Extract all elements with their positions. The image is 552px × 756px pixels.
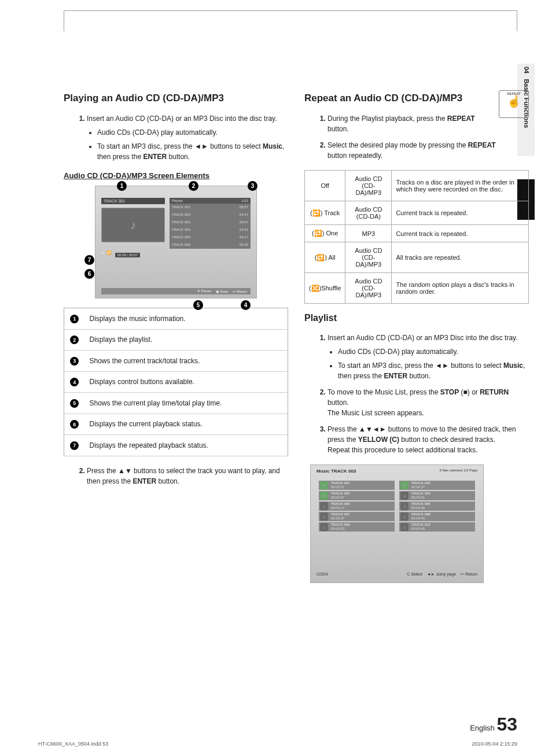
left-column: Playing an Audio CD (CD-DA)/MP3 Insert a… <box>64 93 288 583</box>
callout-1: 1 <box>117 181 127 191</box>
disc-cell: MP3 <box>345 225 392 242</box>
legend-text: Displays the playlist. <box>85 329 288 351</box>
legend-row: 4Displays control buttons available. <box>64 371 288 393</box>
bullet: Audio CDs (CD-DA) play automatically. <box>338 346 529 357</box>
music-item: ♪TRACK 00900:03:53 <box>319 522 395 532</box>
play-steps-cont: Press the ▲▼ buttons to select the track… <box>64 466 288 486</box>
playlist-row: TRACK 00403:41 <box>170 226 251 234</box>
ss-inner: TRACK 001 ♪ ► 🔁 00:08 / 05:57 Playlist 1… <box>101 198 251 283</box>
heading-playlist: Playlist <box>304 313 529 323</box>
legend-number: 4 <box>70 378 79 386</box>
tools-button-label: ▣ Tools <box>216 289 229 293</box>
repeat-button-illustration: REPEAT ☝ <box>499 90 529 118</box>
desc-cell: All tracks are repeated. <box>392 242 529 273</box>
music-footer: CDDA C Select ◄► Jump page ↩ Return <box>317 572 477 577</box>
music-item: ♪TRACK 00700:03:47 <box>319 512 395 521</box>
repeat-row: (🔀)ShuffleAudio CD (CD-DA)/MP3The random… <box>305 273 529 304</box>
note-icon: ♪ <box>320 502 328 510</box>
music-header-left: Music TRACK 003 <box>317 469 356 474</box>
callout-4: 4 <box>241 300 251 310</box>
note-icon: ♪ <box>400 492 409 500</box>
heading-repeat: Repeat an Audio CD (CD-DA)/MP3 <box>304 93 529 104</box>
desc-cell: Current track is repeated. <box>392 225 529 242</box>
legend-number: 3 <box>70 357 79 366</box>
music-item-text: TRACK 00600:03:35 <box>411 502 430 510</box>
callout-7: 7 <box>84 255 94 265</box>
callout-6: 6 <box>84 269 94 279</box>
screenshot-wrap: 1 2 3 7 6 5 4 TRACK 001 ♪ ► 🔁 00:08 / 05… <box>89 186 263 298</box>
step-1: During the Playlist playback, press the … <box>327 113 496 134</box>
return-button-label: ↩ Return <box>233 289 247 293</box>
callout-5: 5 <box>193 300 203 310</box>
music-item: ♪TRACK 00600:03:35 <box>399 501 475 511</box>
repeat-row: OffAudio CD (CD-DA)/MP3Tracks on a disc … <box>305 171 529 201</box>
legend-row: 5Shows the current play time/total play … <box>64 393 288 414</box>
bullet: To start an MP3 disc, press the ◄► butto… <box>338 360 529 381</box>
step-text: Insert an Audio CD (CD-DA) or an MP3 Dis… <box>87 115 277 123</box>
bullet: Audio CDs (CD-DA) play automatically. <box>97 127 288 138</box>
music-header-right: 3 files selected 1/2 Page <box>440 469 477 474</box>
note-icon: ♪ <box>400 523 409 531</box>
legend-number: 5 <box>70 399 79 408</box>
music-item: ♪TRACK 01000:03:45 <box>399 522 475 532</box>
play-status-icon: ► 🔁 <box>101 250 112 255</box>
playlist-row: TRACK 00204:27 <box>170 211 251 219</box>
page-footer: English 53 <box>470 714 517 735</box>
lang-label: English <box>470 724 495 732</box>
ss-playlist-panel: Playlist 1/12 TRACK 00105:57TRACK 00204:… <box>170 198 251 283</box>
note-icon: ♪ <box>400 512 409 521</box>
legend-row: 6Displays the current playback status. <box>64 414 288 435</box>
crop-mark <box>64 10 517 12</box>
repeat-steps: During the Playlist playback, press the … <box>304 113 529 161</box>
music-item-text: TRACK 00100:05:57 <box>331 481 350 489</box>
mode-cell: (🔀)Shuffle <box>305 273 345 304</box>
music-note-icon: ♪ <box>101 208 165 242</box>
manual-page: 04 Basic Functions Playing an Audio CD (… <box>0 0 552 756</box>
music-item-text: TRACK 00400:03:41 <box>411 492 430 499</box>
legend-row: 3Shows the current track/total tracks. <box>64 351 288 372</box>
legend-number: 2 <box>70 335 79 344</box>
step-2: Press the ▲▼ buttons to select the track… <box>87 466 288 486</box>
crop-mark <box>64 10 65 31</box>
legend-text: Displays control buttons available. <box>85 371 288 393</box>
disc-cell: Audio CD (CD-DA)/MP3 <box>345 171 392 201</box>
crop-mark <box>516 10 517 31</box>
subheading-screen-elements: Audio CD (CD-DA)/MP3 Screen Elements <box>64 171 288 180</box>
music-item-text: TRACK 00200:04:27 <box>411 481 430 489</box>
play-steps: Insert an Audio CD (CD-DA) or an MP3 Dis… <box>64 113 288 162</box>
legend-number: 1 <box>70 315 79 323</box>
return-label: ↩ Return <box>461 572 477 577</box>
track-count: 1/12 <box>241 199 248 202</box>
current-track-title: TRACK 001 <box>101 198 165 204</box>
playlist-row: TRACK 00105:57 <box>170 204 251 211</box>
callout-3: 3 <box>248 181 257 191</box>
repeat-mode-table: OffAudio CD (CD-DA)/MP3Tracks on a disc … <box>304 170 529 304</box>
timestamp-label: 2010-05-04 2:15:29 <box>472 741 517 747</box>
music-item: ♪TRACK 00500:03:17 <box>319 501 395 511</box>
desc-cell: Tracks on a disc are played in the order… <box>392 171 529 201</box>
legend-row: 2Displays the playlist. <box>64 329 288 351</box>
repeat-row: (🔁) OneMP3Current track is repeated. <box>305 225 529 242</box>
footer-buttons: C Select ◄► Jump page ↩ Return <box>407 572 477 577</box>
check-icon: ✓ <box>320 481 328 489</box>
step-2: To move to the Music List, press the STO… <box>327 387 529 418</box>
desc-cell: The random option plays a disc's tracks … <box>392 273 529 304</box>
hand-pointer-icon: ☝ <box>499 95 528 107</box>
right-column: Repeat an Audio CD (CD-DA)/MP3 REPEAT ☝ … <box>304 93 529 583</box>
legend-number: 7 <box>70 441 79 450</box>
step-2: Select the desired play mode by pressing… <box>327 140 496 161</box>
callout-2: 2 <box>189 181 198 191</box>
music-item: ✓TRACK 00300:04:07 <box>319 491 395 500</box>
legend-text: Shows the current track/total tracks. <box>85 351 288 372</box>
ss-left-panel: TRACK 001 ♪ ► 🔁 00:08 / 05:57 <box>101 198 165 283</box>
desc-cell: Current track is repeated. <box>392 201 529 225</box>
step-3: Press the ▲▼◄► buttons to move to the de… <box>327 424 529 455</box>
disc-cell: Audio CD (CD-DA)/MP3 <box>345 242 392 273</box>
music-grid: ✓TRACK 00100:05:57✓TRACK 00200:04:27✓TRA… <box>311 477 483 535</box>
playlist-header: Playlist 1/12 <box>170 198 251 204</box>
bullet: To start an MP3 disc, press the ◄► butto… <box>97 141 288 162</box>
legend-row: 1Displays the music information. <box>64 308 288 330</box>
mode-cell: (🔁) All <box>305 242 345 273</box>
sub-bullets: Audio CDs (CD-DA) play automatically. To… <box>327 346 529 381</box>
mode-cell: Off <box>305 171 345 201</box>
